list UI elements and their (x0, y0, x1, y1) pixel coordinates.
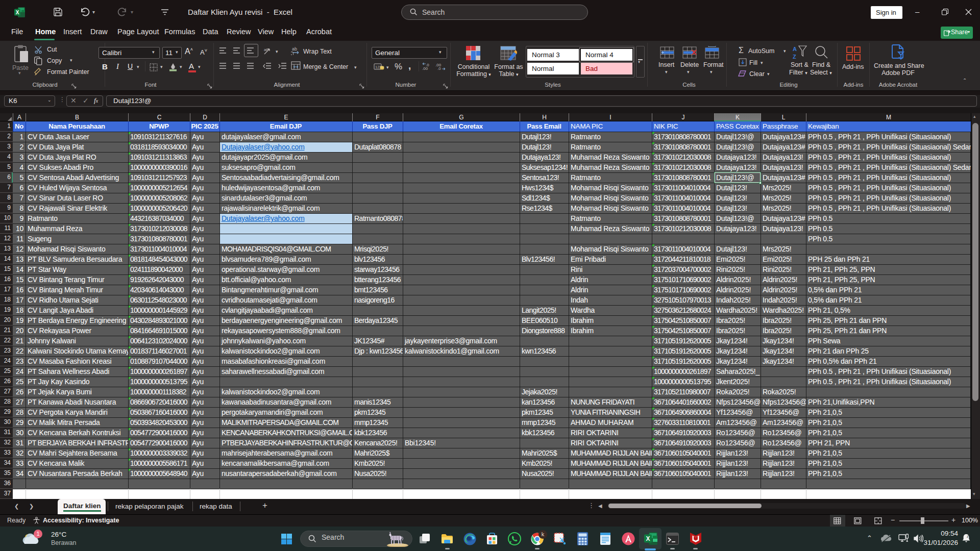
svg-text:ab: ab (292, 46, 297, 52)
svg-text:z: z (968, 534, 970, 537)
svg-text:.0: .0 (437, 66, 441, 71)
svg-text:X: X (646, 535, 650, 542)
svg-text:.00: .00 (422, 66, 428, 71)
svg-text:Z: Z (793, 54, 796, 60)
svg-text:X: X (16, 10, 19, 15)
svg-text:A: A (793, 46, 797, 52)
svg-text:ab: ab (264, 47, 268, 52)
